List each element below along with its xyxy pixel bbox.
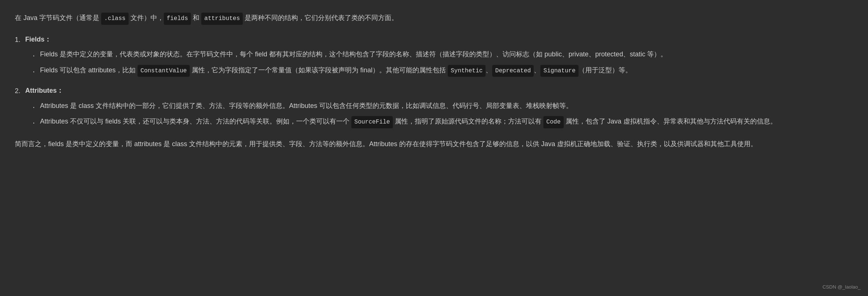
fields-title-suffix: ：	[44, 36, 51, 43]
section-attributes-number: 2.	[15, 85, 25, 97]
attributes-bullet-1-text: Attributes 是 class 文件结构中的一部分，它们提供了类、方法、字…	[40, 102, 573, 109]
intro-text-middle2: 和	[191, 14, 201, 22]
constant-value-tag: ConstantValue	[138, 65, 190, 77]
section-fields: 1. Fields： Fields 是类中定义的变量，代表类或对象的状态。在字节…	[15, 34, 852, 81]
code-tag: Code	[543, 116, 563, 128]
attributes-title-suffix: ：	[57, 87, 63, 94]
class-tag: .class	[101, 13, 129, 25]
fields-bullet-2-middle1: 属性，它为字段指定了一个常量值（如果该字段被声明为 final）。其他可能的属性…	[190, 66, 448, 74]
intro-text-before: 在 Java 字节码文件（通常是	[15, 14, 101, 22]
section-attributes: 2. Attributes： Attributes 是 class 文件结构中的…	[15, 85, 852, 132]
section-fields-title: Fields：	[25, 34, 852, 46]
fields-bullet-1: Fields 是类中定义的变量，代表类或对象的状态。在字节码文件中，每个 fie…	[33, 48, 852, 60]
synthetic-tag: Synthetic	[448, 65, 486, 77]
summary-paragraph: 简而言之，fields 是类中定义的变量，而 attributes 是 clas…	[15, 138, 852, 150]
fields-bullet-2-before: Fields 可以包含 attributes，比如	[40, 66, 138, 74]
attributes-bullet-2: Attributes 不仅可以与 fields 关联，还可以与类本身、方法、方法…	[33, 115, 852, 128]
section-attributes-title: Attributes：	[25, 85, 852, 97]
intro-text-middle1: 文件）中，	[129, 14, 164, 22]
intro-text-end: 是两种不同的结构，它们分别代表了类的不同方面。	[243, 14, 398, 22]
watermark: CSDN @_laolao_	[822, 283, 861, 292]
fields-bullet-2-sep1: 、	[486, 66, 492, 74]
summary-text: 简而言之，fields 是类中定义的变量，而 attributes 是 clas…	[15, 140, 757, 148]
signature-tag: Signature	[540, 65, 578, 77]
fields-bullet-2-end: （用于泛型）等。	[579, 66, 632, 74]
attributes-bullet-1: Attributes 是 class 文件结构中的一部分，它们提供了类、方法、字…	[33, 100, 852, 112]
fields-bullet-2-sep2: 、	[534, 66, 540, 74]
sourcefile-tag: SourceFile	[351, 116, 393, 128]
attributes-tag: attributes	[201, 13, 243, 25]
deprecated-tag: Deprecated	[492, 65, 534, 77]
attributes-bullet-2-middle1: 属性，指明了原始源代码文件的名称；方法可以有	[393, 118, 543, 125]
fields-bullet-1-text: Fields 是类中定义的变量，代表类或对象的状态。在字节码文件中，每个 fie…	[40, 50, 667, 58]
intro-paragraph: 在 Java 字节码文件（通常是 .class 文件）中，fields 和 at…	[15, 12, 852, 25]
section-attributes-content: Attributes： Attributes 是 class 文件结构中的一部分…	[25, 85, 852, 132]
section-fields-number: 1.	[15, 34, 25, 46]
content-wrapper: 在 Java 字节码文件（通常是 .class 文件）中，fields 和 at…	[15, 12, 852, 150]
attributes-bullet-2-before: Attributes 不仅可以与 fields 关联，还可以与类本身、方法、方法…	[40, 118, 351, 125]
fields-bullet-2: Fields 可以包含 attributes，比如 ConstantValue …	[33, 64, 852, 77]
watermark-text: CSDN @_laolao_	[822, 284, 861, 290]
section-fields-content: Fields： Fields 是类中定义的变量，代表类或对象的状态。在字节码文件…	[25, 34, 852, 81]
fields-tag: fields	[164, 13, 191, 25]
fields-bullet-list: Fields 是类中定义的变量，代表类或对象的状态。在字节码文件中，每个 fie…	[33, 48, 852, 77]
attributes-title-text: Attributes	[25, 87, 57, 94]
attributes-bullet-2-end: 属性，包含了 Java 虚拟机指令、异常表和其他与方法代码有关的信息。	[564, 118, 777, 125]
fields-title-text: Fields	[25, 36, 44, 43]
attributes-bullet-list: Attributes 是 class 文件结构中的一部分，它们提供了类、方法、字…	[33, 100, 852, 128]
